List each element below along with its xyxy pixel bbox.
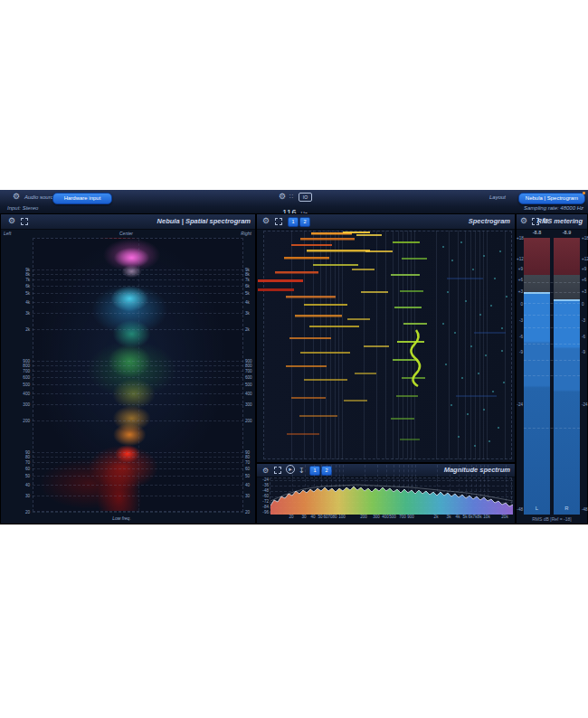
- low-freq-label: Low freq.: [1, 515, 242, 521]
- magnitude-spectrum-display[interactable]: [270, 477, 512, 514]
- spatial-freq-axis-left: 9k8k7k6k5k4k3k2k900800700600500400300200…: [3, 214, 30, 525]
- grid-dots-icon[interactable]: ∷: [289, 193, 293, 199]
- magnitude-channel-2-button[interactable]: 2▾: [321, 466, 332, 476]
- spectrogram-panel-title: Spectrogram: [469, 217, 510, 225]
- audio-source-label: Audio source: [24, 194, 56, 200]
- magnitude-channel-2-label: 2: [325, 468, 327, 473]
- spatial-panel-header: ⚙ Nebula | Spatial spectrogram: [1, 214, 255, 230]
- freeze-pin-icon[interactable]: ↧: [299, 466, 305, 476]
- input-status: Input: Stereo: [7, 205, 38, 211]
- spatial-freq-axis-right: 9k8k7k6k5k4k3k2k900800700600500400300200…: [245, 214, 256, 525]
- audio-source-settings-gear-icon[interactable]: ⚙: [13, 192, 20, 201]
- channel-left-label: L: [524, 505, 550, 511]
- meter-gray-zone: [554, 275, 580, 299]
- magnitude-channel-1-button[interactable]: 1▾: [309, 466, 320, 476]
- top-bar: ⚙ Audio source Hardware input Input: Ste…: [0, 190, 588, 214]
- hardware-input-button[interactable]: Hardware input: [52, 193, 112, 204]
- rms-meter-left: L: [524, 238, 550, 515]
- spectrogram-channel-2-button[interactable]: 2: [299, 217, 310, 227]
- magnitude-maximize-icon[interactable]: [274, 467, 281, 474]
- channel-right-label: R: [554, 505, 580, 511]
- spectrogram-maximize-icon[interactable]: [275, 218, 282, 225]
- magnitude-freq-axis: 203040506070801002003004005007009002k3k4…: [257, 515, 517, 524]
- pan-center-label: Center: [119, 231, 133, 236]
- spectrogram-channel-1-button[interactable]: 1: [288, 217, 299, 227]
- sampling-rate: Sampling rate: 48000 Hz: [524, 205, 583, 211]
- plugin-window: ⚙ Audio source Hardware input Input: Ste…: [0, 190, 588, 524]
- rms-value-right: -8.9: [554, 230, 580, 235]
- rms-scale-left: +18+12+9+6+30-3-6-9-24-48: [517, 214, 523, 525]
- io-toggle[interactable]: IO: [299, 193, 312, 202]
- magnitude-channel-1-label: 1: [313, 468, 316, 473]
- rms-panel-header: ⚙ ↻ RMS metering: [517, 214, 587, 230]
- rms-panel-title: RMS metering: [537, 217, 583, 225]
- spatial-spectrogram-panel: ⚙ Nebula | Spatial spectrogram Left Cent…: [0, 213, 256, 524]
- layout-preset-button[interactable]: Nebula | Spectrogram: [518, 193, 585, 204]
- page: ⚙ Audio source Hardware input Input: Ste…: [0, 0, 588, 718]
- magnitude-spectrum-panel: ⚙ ▸ ↧ 1▾ 2▾ Magnitude spectrum -24-36-48…: [256, 463, 516, 524]
- layout-preset-label: Nebula | Spectrogram: [526, 195, 578, 201]
- magnitude-panel-header: ⚙ ▸ ↧ 1▾ 2▾ Magnitude spectrum: [257, 464, 515, 477]
- magnitude-curve: [270, 478, 513, 515]
- spectrogram-panel-header: ⚙ 1 2 Spectrogram: [257, 214, 515, 230]
- spatial-spectrogram-display[interactable]: [33, 238, 243, 512]
- global-settings-gear-icon[interactable]: ⚙: [279, 192, 286, 201]
- meter-fill-left: [524, 292, 550, 515]
- spectrogram-settings-gear-icon[interactable]: ⚙: [262, 216, 270, 226]
- rms-metering-panel: ⚙ ↻ RMS metering -8.8 -8.9 +18+12+9+6+30…: [516, 213, 588, 524]
- magnitude-panel-title: Magnitude spectrum: [444, 466, 510, 474]
- rms-meter-right: R: [554, 238, 580, 515]
- rms-footer: RMS dB [Ref = -18]: [517, 516, 587, 522]
- center-gridline: [138, 239, 139, 511]
- spectrogram-panel: ⚙ 1 2 Spectrogram: [256, 213, 516, 463]
- meter-red-zone: [524, 238, 550, 275]
- spatial-panel-title: Nebula | Spatial spectrogram: [157, 217, 251, 225]
- meter-peak-line: [554, 299, 580, 301]
- rms-scale-right: +18+12+9+6+30-3-6-9-24-48: [582, 214, 588, 525]
- alert-dot: [583, 192, 585, 194]
- meter-peak-line: [524, 292, 550, 294]
- rms-value-left: -8.8: [524, 230, 550, 235]
- layout-label: Layout: [489, 194, 506, 200]
- meter-fill-right: [554, 299, 580, 515]
- play-icon[interactable]: ▸: [286, 465, 295, 474]
- meter-red-zone: [554, 238, 580, 275]
- spectrogram-streaks: [257, 231, 517, 459]
